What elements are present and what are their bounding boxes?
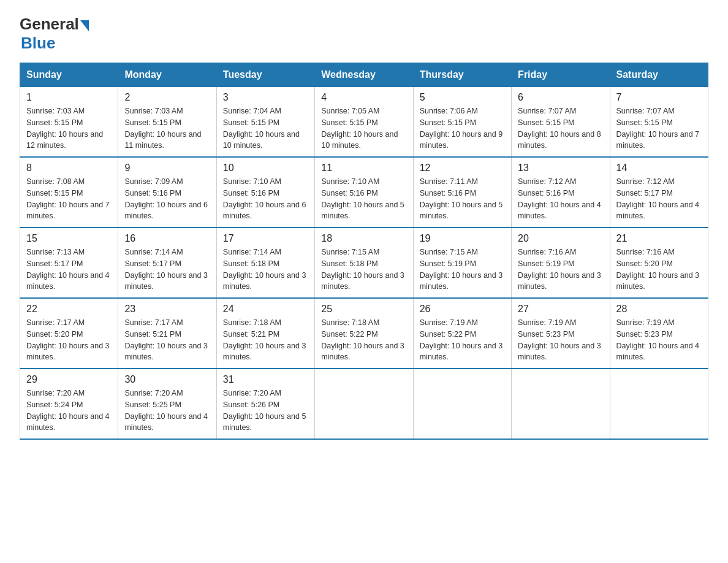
calendar-cell: 9 Sunrise: 7:09 AMSunset: 5:16 PMDayligh… [118, 157, 216, 228]
calendar-table: SundayMondayTuesdayWednesdayThursdayFrid… [20, 63, 708, 440]
day-info: Sunrise: 7:07 AMSunset: 5:15 PMDaylight:… [518, 105, 603, 151]
day-info: Sunrise: 7:17 AMSunset: 5:20 PMDaylight:… [26, 317, 112, 363]
day-number: 15 [26, 233, 112, 244]
calendar-cell: 21 Sunrise: 7:16 AMSunset: 5:20 PMDaylig… [610, 228, 708, 298]
day-info: Sunrise: 7:18 AMSunset: 5:22 PMDaylight:… [321, 317, 406, 363]
calendar-cell: 11 Sunrise: 7:10 AMSunset: 5:16 PMDaylig… [315, 157, 413, 228]
calendar-cell: 22 Sunrise: 7:17 AMSunset: 5:20 PMDaylig… [20, 298, 118, 369]
day-number: 30 [124, 374, 210, 385]
day-info: Sunrise: 7:20 AMSunset: 5:24 PMDaylight:… [26, 388, 112, 434]
day-number: 20 [518, 233, 603, 244]
day-info: Sunrise: 7:19 AMSunset: 5:23 PMDaylight:… [518, 317, 603, 363]
day-info: Sunrise: 7:05 AMSunset: 5:15 PMDaylight:… [321, 105, 406, 151]
weekday-header-friday: Friday [512, 63, 610, 87]
weekday-header-tuesday: Tuesday [216, 63, 314, 87]
day-number: 19 [420, 233, 505, 244]
day-number: 31 [223, 374, 308, 385]
day-number: 2 [124, 92, 210, 103]
day-info: Sunrise: 7:09 AMSunset: 5:16 PMDaylight:… [124, 176, 210, 222]
weekday-header-sunday: Sunday [20, 63, 118, 87]
day-number: 9 [124, 163, 210, 174]
calendar-cell: 27 Sunrise: 7:19 AMSunset: 5:23 PMDaylig… [512, 298, 610, 369]
weekday-header-thursday: Thursday [413, 63, 511, 87]
day-info: Sunrise: 7:14 AMSunset: 5:18 PMDaylight:… [223, 247, 308, 293]
day-number: 18 [321, 233, 406, 244]
weekday-header-row: SundayMondayTuesdayWednesdayThursdayFrid… [20, 63, 708, 87]
day-number: 14 [616, 163, 702, 174]
day-number: 21 [616, 233, 702, 244]
day-number: 7 [616, 92, 702, 103]
calendar-cell [610, 369, 708, 439]
day-number: 24 [223, 304, 308, 315]
day-info: Sunrise: 7:07 AMSunset: 5:15 PMDaylight:… [616, 105, 702, 151]
day-number: 28 [616, 304, 702, 315]
day-number: 17 [223, 233, 308, 244]
day-number: 27 [518, 304, 603, 315]
calendar-cell [315, 369, 413, 439]
day-info: Sunrise: 7:14 AMSunset: 5:17 PMDaylight:… [124, 247, 210, 293]
calendar-cell: 16 Sunrise: 7:14 AMSunset: 5:17 PMDaylig… [118, 228, 216, 298]
day-number: 29 [26, 374, 112, 385]
calendar-cell: 24 Sunrise: 7:18 AMSunset: 5:21 PMDaylig… [216, 298, 314, 369]
day-number: 4 [321, 92, 406, 103]
day-info: Sunrise: 7:16 AMSunset: 5:20 PMDaylight:… [616, 247, 702, 293]
day-number: 12 [420, 163, 505, 174]
day-info: Sunrise: 7:20 AMSunset: 5:25 PMDaylight:… [124, 388, 210, 434]
day-info: Sunrise: 7:20 AMSunset: 5:26 PMDaylight:… [223, 388, 308, 434]
weekday-header-saturday: Saturday [610, 63, 708, 87]
day-info: Sunrise: 7:03 AMSunset: 5:15 PMDaylight:… [26, 105, 112, 151]
day-number: 6 [518, 92, 603, 103]
day-number: 22 [26, 304, 112, 315]
day-info: Sunrise: 7:19 AMSunset: 5:22 PMDaylight:… [420, 317, 505, 363]
logo: General Blue [20, 15, 89, 53]
day-info: Sunrise: 7:16 AMSunset: 5:19 PMDaylight:… [518, 247, 603, 293]
week-row-5: 29 Sunrise: 7:20 AMSunset: 5:24 PMDaylig… [20, 369, 708, 439]
calendar-cell: 7 Sunrise: 7:07 AMSunset: 5:15 PMDayligh… [610, 87, 708, 158]
day-number: 26 [420, 304, 505, 315]
day-info: Sunrise: 7:06 AMSunset: 5:15 PMDaylight:… [420, 105, 505, 151]
day-info: Sunrise: 7:10 AMSunset: 5:16 PMDaylight:… [321, 176, 406, 222]
day-info: Sunrise: 7:12 AMSunset: 5:17 PMDaylight:… [616, 176, 702, 222]
calendar-cell: 23 Sunrise: 7:17 AMSunset: 5:21 PMDaylig… [118, 298, 216, 369]
header: General Blue [20, 15, 708, 53]
day-number: 23 [124, 304, 210, 315]
day-info: Sunrise: 7:12 AMSunset: 5:16 PMDaylight:… [518, 176, 603, 222]
day-number: 5 [420, 92, 505, 103]
calendar-cell [512, 369, 610, 439]
day-number: 16 [124, 233, 210, 244]
day-info: Sunrise: 7:15 AMSunset: 5:18 PMDaylight:… [321, 247, 406, 293]
calendar-cell: 28 Sunrise: 7:19 AMSunset: 5:23 PMDaylig… [610, 298, 708, 369]
day-info: Sunrise: 7:17 AMSunset: 5:21 PMDaylight:… [124, 317, 210, 363]
calendar-cell: 8 Sunrise: 7:08 AMSunset: 5:15 PMDayligh… [20, 157, 118, 228]
logo-general-text: General [20, 15, 79, 34]
day-number: 11 [321, 163, 406, 174]
calendar-cell: 20 Sunrise: 7:16 AMSunset: 5:19 PMDaylig… [512, 228, 610, 298]
calendar-cell: 17 Sunrise: 7:14 AMSunset: 5:18 PMDaylig… [216, 228, 314, 298]
calendar-cell: 19 Sunrise: 7:15 AMSunset: 5:19 PMDaylig… [413, 228, 511, 298]
calendar-cell: 6 Sunrise: 7:07 AMSunset: 5:15 PMDayligh… [512, 87, 610, 158]
calendar-cell: 31 Sunrise: 7:20 AMSunset: 5:26 PMDaylig… [216, 369, 314, 439]
calendar-cell: 3 Sunrise: 7:04 AMSunset: 5:15 PMDayligh… [216, 87, 314, 158]
logo-arrow-icon [80, 20, 89, 31]
calendar-cell: 13 Sunrise: 7:12 AMSunset: 5:16 PMDaylig… [512, 157, 610, 228]
day-info: Sunrise: 7:18 AMSunset: 5:21 PMDaylight:… [223, 317, 308, 363]
calendar-cell: 29 Sunrise: 7:20 AMSunset: 5:24 PMDaylig… [20, 369, 118, 439]
calendar-cell: 25 Sunrise: 7:18 AMSunset: 5:22 PMDaylig… [315, 298, 413, 369]
day-number: 1 [26, 92, 112, 103]
calendar-cell: 15 Sunrise: 7:13 AMSunset: 5:17 PMDaylig… [20, 228, 118, 298]
week-row-2: 8 Sunrise: 7:08 AMSunset: 5:15 PMDayligh… [20, 157, 708, 228]
calendar-cell: 18 Sunrise: 7:15 AMSunset: 5:18 PMDaylig… [315, 228, 413, 298]
calendar-cell: 12 Sunrise: 7:11 AMSunset: 5:16 PMDaylig… [413, 157, 511, 228]
day-info: Sunrise: 7:03 AMSunset: 5:15 PMDaylight:… [124, 105, 210, 151]
calendar-cell: 26 Sunrise: 7:19 AMSunset: 5:22 PMDaylig… [413, 298, 511, 369]
calendar-cell: 2 Sunrise: 7:03 AMSunset: 5:15 PMDayligh… [118, 87, 216, 158]
weekday-header-monday: Monday [118, 63, 216, 87]
day-number: 3 [223, 92, 308, 103]
calendar-cell: 1 Sunrise: 7:03 AMSunset: 5:15 PMDayligh… [20, 87, 118, 158]
calendar-cell: 4 Sunrise: 7:05 AMSunset: 5:15 PMDayligh… [315, 87, 413, 158]
logo-blue-text: Blue [21, 34, 55, 53]
day-number: 8 [26, 163, 112, 174]
week-row-1: 1 Sunrise: 7:03 AMSunset: 5:15 PMDayligh… [20, 87, 708, 158]
week-row-3: 15 Sunrise: 7:13 AMSunset: 5:17 PMDaylig… [20, 228, 708, 298]
day-number: 10 [223, 163, 308, 174]
